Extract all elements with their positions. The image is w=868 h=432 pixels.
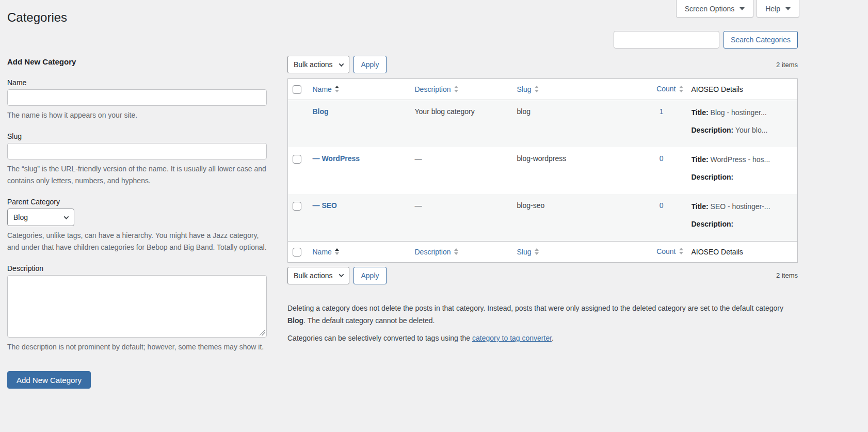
category-slug-cell: blog [513,100,640,147]
sort-asc-icon [535,86,539,88]
aioseo-title-line: Title: Blog - hostinger... [692,107,794,118]
category-slug-cell: blog-wordpress [513,147,640,194]
sort-indicator-icon [454,86,458,92]
category-name-link[interactable]: — SEO [313,201,337,210]
apply-button[interactable]: Apply [353,267,386,284]
category-count-link[interactable]: 0 [660,201,664,210]
table-row: BlogYour blog categoryblog1Title: Blog -… [288,100,798,147]
help-label: Help [765,5,780,13]
delete-note: Deleting a category does not delete the … [287,302,798,327]
screen-options-button[interactable]: Screen Options [676,0,754,18]
name-field[interactable] [7,89,267,106]
select-all-checkbox[interactable] [293,248,301,257]
table-row: — WordPress—blog-wordpress0Title: WordPr… [288,147,798,194]
select-all-checkbox[interactable] [293,85,301,94]
sort-desc-icon [535,90,539,92]
sort-asc-icon [535,248,539,251]
category-slug-cell: blog-seo [513,194,640,242]
sort-indicator-icon [335,248,339,255]
sort-asc-icon [679,86,683,88]
list-toolbar-bottom: Bulk actions Apply 2 items [287,267,798,284]
column-header-name[interactable]: Name [313,85,332,93]
sort-desc-icon [679,252,683,254]
default-category-name: Blog [287,316,303,325]
parent-category-label: Parent Category [7,198,267,206]
sort-desc-icon [335,252,339,255]
bulk-actions-select[interactable]: Bulk actions [287,267,349,284]
aioseo-title-line: Title: WordPress - hos... [692,154,794,165]
column-header-name[interactable]: Name [313,248,332,256]
category-description-cell: Your blog category [411,100,513,147]
sort-asc-icon [454,248,458,251]
category-name-cell: — WordPress [309,147,411,194]
category-to-tag-converter-link[interactable]: category to tag converter [472,334,552,342]
chevron-down-icon [64,214,69,219]
category-count-link[interactable]: 1 [660,107,664,116]
row-checkbox[interactable] [293,202,301,211]
search-box: Search Categories [614,31,798,49]
column-header-slug[interactable]: Slug [517,248,532,256]
aioseo-description-line: Description: [692,172,794,182]
description-help-text: The description is not prominent by defa… [7,341,267,353]
sort-indicator-icon [454,248,458,255]
parent-help-text: Categories, unlike tags, can have a hier… [7,230,267,253]
category-name-link[interactable]: — WordPress [313,154,360,163]
sort-indicator-icon [535,248,539,255]
chevron-down-icon [339,61,344,67]
column-header-slug[interactable]: Slug [517,85,532,93]
category-name-cell: — SEO [309,194,411,242]
resize-handle-icon[interactable] [260,330,265,335]
category-name-link[interactable]: Blog [313,107,329,116]
column-header-aioseo-details: AIOSEO Details [692,248,743,256]
table-row: — SEO—blog-seo0Title: SEO - hostinger-..… [288,194,798,242]
aioseo-details-cell: Title: WordPress - hos...Description: [687,147,798,194]
column-header-count[interactable]: Count [656,247,676,255]
sort-desc-icon [454,90,458,92]
description-field[interactable] [7,275,267,338]
table-footer-row: NameDescriptionSlugCountAIOSEO Details [288,241,798,262]
column-header-description[interactable]: Description [415,248,451,256]
category-count-cell: 1 [640,100,687,147]
categories-list: Bulk actions Apply 2 items NameDescripti… [287,52,798,389]
bulk-actions-select[interactable]: Bulk actions [287,56,349,73]
add-new-category-button[interactable]: Add New Category [7,371,91,389]
column-header-description[interactable]: Description [415,85,451,93]
screen-meta-links: Screen Options Help [676,0,799,18]
description-label: Description [7,264,267,273]
aioseo-details-cell: Title: Blog - hostinger...Description: Y… [687,100,798,147]
bulk-actions-label: Bulk actions [294,271,332,280]
search-categories-button[interactable]: Search Categories [724,31,798,49]
sort-asc-icon [679,248,683,250]
category-description-cell: — [411,194,513,242]
table-header-row: NameDescriptionSlugCountAIOSEO Details [288,79,798,100]
chevron-down-icon [740,7,745,10]
sort-indicator-icon [335,86,339,92]
aioseo-title-line: Title: SEO - hostinger-... [692,201,794,212]
slug-field[interactable] [7,143,267,159]
sort-asc-icon [454,86,458,88]
aioseo-description-line: Description: Your blo... [692,125,794,135]
aioseo-description-line: Description: [692,219,794,229]
parent-category-select[interactable]: Blog [7,209,74,226]
parent-category-value: Blog [13,213,28,221]
sort-indicator-icon [679,248,683,254]
add-category-form: Add New Category Name The name is how it… [7,52,267,389]
convert-note: Categories can be selectively converted … [287,332,798,344]
row-checkbox[interactable] [293,155,301,164]
items-count: 2 items [776,61,798,69]
sort-indicator-icon [679,86,683,92]
help-button[interactable]: Help [757,0,799,18]
chevron-down-icon [339,272,344,277]
categories-table: NameDescriptionSlugCountAIOSEO Details B… [287,78,798,263]
category-count-link[interactable]: 0 [660,154,664,163]
sort-desc-icon [679,90,683,92]
chevron-down-icon [785,7,791,10]
slug-label: Slug [7,132,267,140]
search-input[interactable] [614,31,719,49]
sort-desc-icon [454,252,458,255]
apply-button[interactable]: Apply [353,56,386,73]
category-count-cell: 0 [640,194,687,242]
column-header-count[interactable]: Count [656,85,676,93]
column-header-aioseo-details: AIOSEO Details [692,85,743,93]
name-label: Name [7,78,267,87]
